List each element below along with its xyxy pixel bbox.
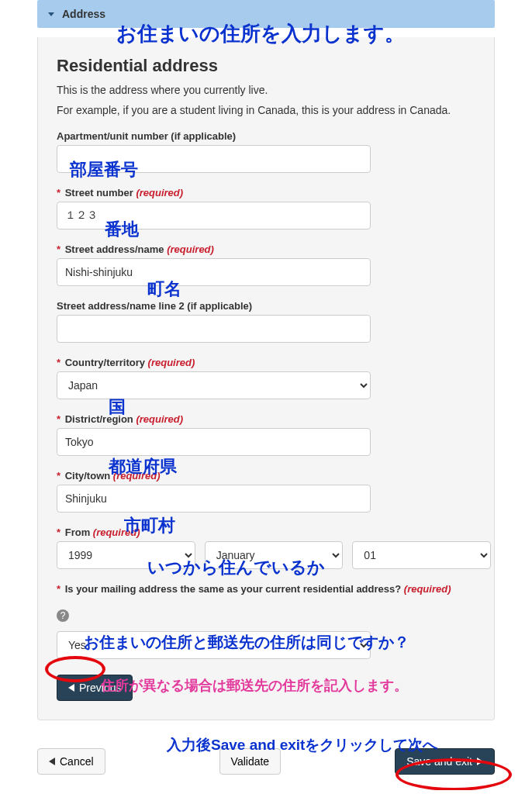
street-name-label: * Street address/name (required)	[57, 243, 475, 255]
street-number-input[interactable]	[57, 202, 371, 230]
from-label: * From (required)	[57, 526, 475, 538]
street-name2-label: Street address/name line 2 (if applicabl…	[57, 300, 475, 312]
section-desc-2: For example, if you are a student living…	[57, 104, 475, 116]
validate-button[interactable]: Validate	[219, 748, 282, 775]
city-label: * City/town (required)	[57, 470, 475, 482]
from-year-select[interactable]: 1999	[57, 541, 195, 569]
help-icon[interactable]: ?	[57, 609, 69, 622]
save-exit-button[interactable]: Save and exit	[395, 748, 495, 775]
mailing-question-label: * Is your mailing address the same as yo…	[57, 583, 475, 595]
required-star-icon: *	[57, 243, 60, 255]
street-number-label: * Street number (required)	[57, 187, 475, 198]
country-select[interactable]: Japan	[57, 371, 371, 399]
district-label: * District/region (required)	[57, 413, 475, 425]
previous-button[interactable]: Previous	[57, 675, 133, 701]
required-star-icon: *	[57, 583, 60, 595]
city-input[interactable]	[57, 485, 371, 513]
street-name-input[interactable]	[57, 258, 371, 286]
address-panel: Residential address This is the address …	[37, 37, 495, 720]
from-day-select[interactable]: 01	[352, 541, 491, 569]
arrow-right-icon	[477, 758, 483, 765]
section-heading: Residential address	[57, 56, 475, 76]
district-input[interactable]	[57, 428, 371, 456]
accordion-title: Address	[62, 8, 105, 20]
from-month-select[interactable]: January	[205, 541, 344, 569]
arrow-left-icon	[49, 758, 55, 765]
arrow-left-icon	[68, 684, 74, 692]
required-star-icon: *	[57, 526, 60, 538]
required-star-icon: *	[57, 187, 60, 198]
chevron-down-icon	[48, 12, 54, 16]
required-star-icon: *	[57, 357, 60, 368]
apt-input[interactable]	[57, 145, 371, 173]
street-name2-input[interactable]	[57, 315, 371, 343]
apt-label: Apartment/unit number (if applicable)	[57, 130, 475, 142]
country-label: * Country/territory (required)	[57, 357, 475, 368]
accordion-header[interactable]: Address	[37, 0, 495, 28]
required-star-icon: *	[57, 413, 60, 425]
cancel-button[interactable]: Cancel	[37, 748, 105, 775]
mailing-select[interactable]: Yes	[57, 631, 371, 659]
required-star-icon: *	[57, 470, 60, 482]
section-desc-1: This is the address where you currently …	[57, 84, 475, 96]
